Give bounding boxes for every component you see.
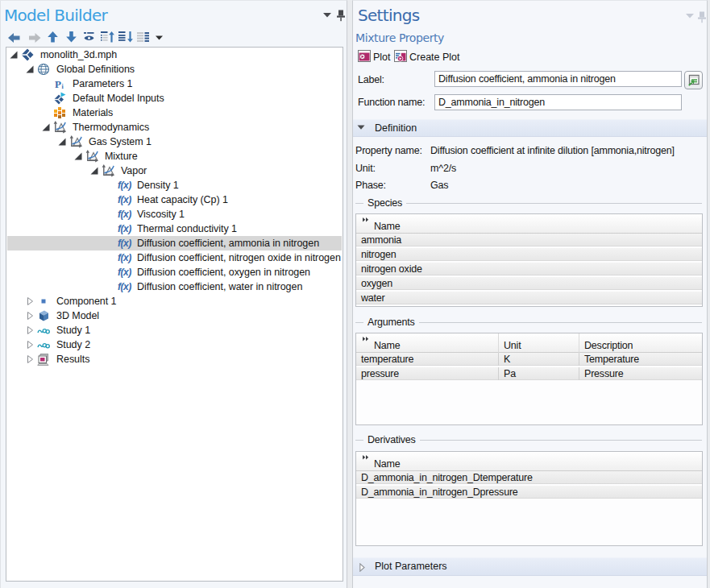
rename-button[interactable] [684, 71, 703, 89]
toolbar-menu-caret-icon[interactable] [156, 35, 170, 48]
model-tree-node-text-icon[interactable] [137, 32, 152, 44]
table-cell[interactable]: Temperature [579, 353, 702, 366]
tree-item-study-1[interactable]: Study 1 [7, 323, 342, 337]
tree-item-study-2[interactable]: Study 2 [7, 337, 342, 352]
tree-item-diffusion-coefficient-ammonia-in-nitrogen[interactable]: f(x)Diffusion coefficient, ammonia in ni… [7, 236, 342, 251]
function-icon: f(x) [118, 251, 131, 265]
component-icon [37, 295, 50, 308]
settings-title: Settings [358, 6, 419, 25]
tree-item-label: Vapor [121, 164, 147, 178]
tree-item-gas-system-1[interactable]: Gas System 1 [7, 135, 342, 149]
species-table[interactable]: Nameammonianitrogennitrogen oxideoxygenw… [355, 213, 703, 307]
label-input[interactable] [434, 71, 682, 87]
table-cell[interactable]: water [356, 292, 702, 304]
table-header[interactable]: Name [356, 452, 702, 471]
tree-item-viscosity-1[interactable]: f(x)Viscosity 1 [7, 207, 342, 222]
property-label: Unit: [355, 163, 376, 174]
tree-collapsed-icon[interactable] [26, 355, 34, 363]
panel-menu-caret-icon[interactable] [686, 14, 694, 19]
table-row[interactable]: D_ammonia_in_nitrogen_Dpressure [356, 486, 702, 500]
derivatives-table[interactable]: NameD_ammonia_in_nitrogen_DtemperatureD_… [355, 451, 703, 546]
table-cell[interactable]: ammonia [356, 234, 702, 246]
tree-item-diffusion-coefficient-water-in-nitrogen[interactable]: f(x)Diffusion coefficient, water in nitr… [7, 280, 342, 294]
results-icon [37, 353, 50, 366]
tree-item-label: Diffusion coefficient, nitrogen oxide in… [137, 251, 341, 265]
table-row[interactable]: water [356, 292, 702, 306]
column-header-name[interactable]: Name [356, 452, 702, 471]
tree-item-3d-model[interactable]: 3D Model [7, 308, 342, 323]
table-cell[interactable]: nitrogen oxide [356, 263, 702, 275]
table-cell[interactable]: Pressure [579, 367, 702, 380]
property-value: m^2/s [430, 163, 456, 174]
table-cell[interactable]: nitrogen [356, 248, 702, 261]
panel-menu-caret-icon[interactable] [323, 13, 331, 18]
column-header-name[interactable]: Name [356, 333, 499, 353]
group-divider-line [355, 440, 363, 441]
arguments-table[interactable]: NameUnitDescriptiontemperatureKTemperatu… [355, 333, 703, 425]
tree-item-diffusion-coefficient-oxygen-in-nitrogen[interactable]: f(x)Diffusion coefficient, oxygen in nit… [7, 265, 342, 280]
tree-expanded-icon[interactable] [58, 138, 66, 146]
function-name-input[interactable] [434, 94, 682, 110]
plot-parameters-section-header[interactable]: Plot Parameters [353, 557, 707, 576]
tree-collapsed-icon[interactable] [26, 312, 34, 320]
show-icon[interactable] [84, 32, 98, 44]
tree-item-vapor[interactable]: Vapor [7, 164, 342, 178]
table-cell[interactable]: temperature [356, 353, 499, 366]
column-header-unit[interactable]: Unit [499, 333, 579, 353]
table-cell[interactable]: K [499, 353, 579, 366]
tree-item-component-1[interactable]: Component 1 [7, 294, 342, 308]
tree-expanded-icon[interactable] [90, 167, 98, 175]
create-plot-button[interactable]: Create Plot [394, 48, 467, 63]
table-header[interactable]: NameUnitDescription [356, 333, 702, 353]
table-row[interactable]: D_ammonia_in_nitrogen_Dtemperature [356, 471, 702, 486]
tree-expanded-icon[interactable] [74, 152, 82, 160]
tree-collapsed-icon[interactable] [26, 297, 34, 305]
table-row[interactable]: pressurePaPressure [356, 367, 702, 382]
tree-expanded-icon[interactable] [42, 123, 50, 131]
tree-item-global-definitions[interactable]: Global Definitions [7, 62, 342, 77]
collapse-all-icon[interactable] [101, 31, 115, 43]
tree-expanded-icon[interactable] [10, 51, 18, 59]
tree-item-label: Density 1 [137, 178, 179, 193]
tree-item-materials[interactable]: Materials [7, 106, 342, 120]
table-cell[interactable]: D_ammonia_in_nitrogen_Dtemperature [356, 471, 702, 484]
table-row[interactable]: ammonia [356, 234, 702, 248]
move-down-icon[interactable] [66, 31, 81, 43]
tree-item-monolith-3d-mph[interactable]: monolith_3d.mph [7, 48, 342, 62]
tree-item-thermodynamics[interactable]: Thermodynamics [7, 120, 342, 135]
tree-item-diffusion-coefficient-nitrogen-oxide-in-nitrogen[interactable]: f(x)Diffusion coefficient, nitrogen oxid… [7, 251, 342, 265]
table-cell[interactable]: D_ammonia_in_nitrogen_Dpressure [356, 486, 702, 499]
table-header[interactable]: Name [356, 214, 702, 234]
tree-collapsed-icon[interactable] [26, 341, 34, 349]
model-builder-toolbar [0, 31, 347, 43]
table-row[interactable]: oxygen [356, 277, 702, 292]
table-cell[interactable]: oxygen [356, 277, 702, 290]
tree-item-parameters-1[interactable]: PiParameters 1 [7, 77, 342, 91]
tree-item-heat-capacity-cp-1[interactable]: f(x)Heat capacity (Cp) 1 [7, 193, 342, 207]
function-icon: f(x) [118, 265, 131, 280]
expand-all-icon[interactable] [118, 31, 133, 43]
table-row[interactable]: nitrogen oxide [356, 263, 702, 277]
tree-item-thermal-conductivity-1[interactable]: f(x)Thermal conductivity 1 [7, 222, 342, 236]
tree-item-results[interactable]: Results [7, 352, 342, 366]
table-row[interactable]: nitrogen [356, 248, 702, 263]
label-caption: Label: [358, 74, 384, 85]
pin-icon[interactable] [697, 11, 706, 23]
tree-item-mixture[interactable]: Mixture [7, 149, 342, 164]
tree-expanded-icon[interactable] [26, 65, 34, 73]
column-header-description[interactable]: Description [579, 333, 702, 353]
table-cell[interactable]: pressure [356, 367, 499, 380]
definition-section-header[interactable]: Definition [353, 119, 707, 137]
table-cell[interactable]: Pa [499, 367, 579, 380]
settings-toolbar: Plot Create Plot [353, 48, 707, 63]
group-divider-line [419, 322, 702, 323]
move-up-icon[interactable] [48, 31, 62, 43]
tree-item-density-1[interactable]: f(x)Density 1 [7, 178, 342, 193]
tree-collapsed-icon[interactable] [26, 326, 34, 334]
column-header-name[interactable]: Name [356, 214, 702, 234]
back-icon[interactable] [8, 33, 23, 45]
table-row[interactable]: temperatureKTemperature [356, 353, 702, 367]
pin-icon[interactable] [336, 10, 345, 21]
tree-item-default-model-inputs[interactable]: Default Model Inputs [7, 91, 342, 106]
forward-icon[interactable] [29, 33, 44, 45]
